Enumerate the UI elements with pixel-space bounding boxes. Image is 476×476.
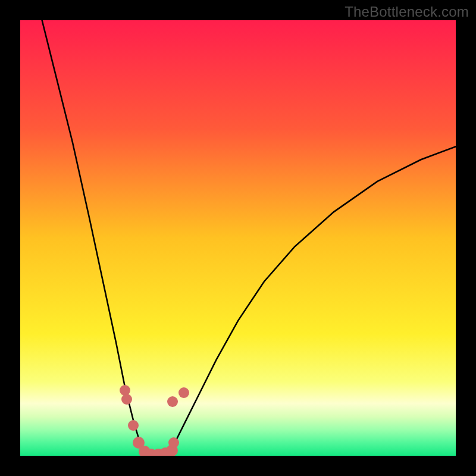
watermark-text: TheBottleneck.com — [345, 4, 469, 20]
data-point-dot — [167, 396, 178, 407]
data-point-dot — [168, 437, 179, 448]
data-point-dot — [121, 394, 132, 405]
data-point-dot — [178, 387, 189, 398]
chart-plot-area — [20, 20, 456, 456]
data-dots — [20, 20, 456, 456]
data-point-dot — [128, 420, 139, 431]
